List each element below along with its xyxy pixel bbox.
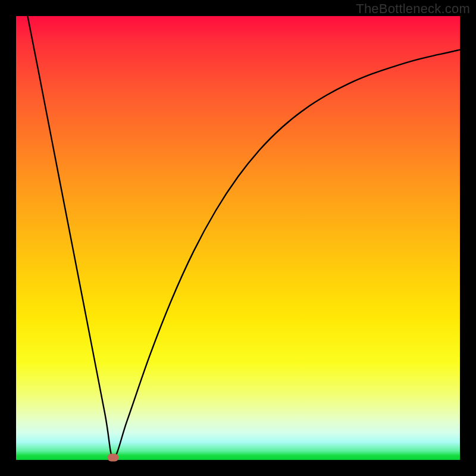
curve-path [27, 16, 460, 458]
watermark-text: TheBottleneck.com [356, 1, 470, 17]
minimum-marker [108, 453, 119, 461]
chart-frame: TheBottleneck.com [0, 0, 476, 476]
plot-area [16, 16, 460, 460]
bottleneck-curve [16, 16, 460, 460]
